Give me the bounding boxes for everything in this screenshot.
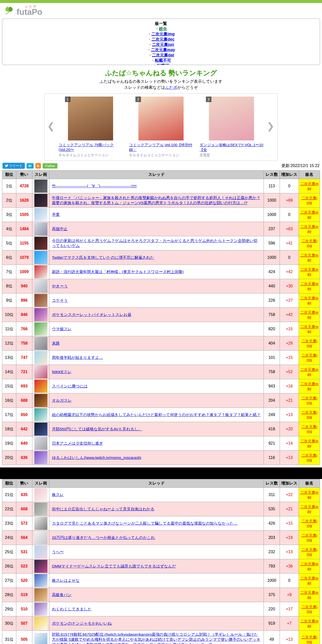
thread-link[interactable]: スペインに勝つには <box>52 384 88 388</box>
thread-link[interactable]: 街中にエロ広告出してんじゃねーよって意見自体はわかる <box>52 507 154 511</box>
thread-thumbnail[interactable] <box>34 488 47 501</box>
board-name-link[interactable]: 二次元裏may <box>300 562 318 571</box>
thread-thumbnail[interactable] <box>34 294 47 307</box>
thread-link[interactable]: わくわくしてきました <box>52 607 92 611</box>
thread-link[interactable]: 周年後半戦が始まりますよ… <box>52 355 103 360</box>
board-link-repost-ok[interactable]: 転載可 <box>157 63 169 65</box>
thread-link[interactable]: 卒業 <box>52 212 60 217</box>
thread-link[interactable]: コケそう <box>52 298 68 302</box>
board-name-link[interactable]: 二次元裏img <box>301 533 317 542</box>
thread-thumbnail[interactable] <box>34 451 47 464</box>
board-name-link[interactable]: 二次元裏img <box>301 635 317 644</box>
thread-thumbnail[interactable] <box>34 603 47 616</box>
thread-link[interactable]: ウマ娘スレ <box>52 327 72 331</box>
board-name-link[interactable]: 二次元裏img <box>301 425 317 433</box>
board-name-link[interactable]: 二次元裏img <box>301 547 317 556</box>
product-link[interactable]: コミックアンリアル 75冊パック(Vol.20〜 <box>59 142 123 152</box>
board-name-link[interactable]: 二次元裏may <box>300 310 318 319</box>
board-name-link[interactable]: 二次元裏img <box>301 353 317 362</box>
thread-link[interactable]: やきーう <box>52 284 68 288</box>
thread-thumbnail[interactable] <box>34 531 47 544</box>
board-name-link[interactable]: 二次元裏img <box>301 339 317 348</box>
thread-link[interactable]: カタログで見たことあるマジ臭さげなシーンが二人殺して騙してる最中の最低な場面なの… <box>52 521 237 525</box>
thread-thumbnail[interactable] <box>34 560 47 573</box>
thread-thumbnail[interactable] <box>34 394 47 407</box>
carousel-item[interactable]: 1 コミックアンリアル 75冊パック(Vol.20〜 キルタイムコミュニケーショ… <box>59 97 123 157</box>
thread-link[interactable]: 竹――――――――(゜∀゜)――――――――!!!!! <box>52 184 137 188</box>
board-name-link[interactable]: 二次元裏may <box>300 182 318 190</box>
thread-thumbnail[interactable] <box>34 308 47 321</box>
board-name-link[interactable]: 二次元裏img <box>301 396 317 405</box>
board-name-link[interactable]: 二次元裏may <box>300 325 318 333</box>
thread-thumbnail[interactable] <box>34 323 47 336</box>
thread-link[interactable]: 末路 <box>52 341 60 345</box>
thread-thumbnail[interactable] <box>34 545 47 558</box>
thread-thumbnail[interactable] <box>34 194 47 207</box>
thread-thumbnail[interactable] <box>34 222 47 235</box>
rss-icon[interactable] <box>35 163 41 169</box>
carousel-prev-icon[interactable]: ❮ <box>47 122 55 131</box>
thread-thumbnail[interactable] <box>34 517 47 530</box>
ad-banner[interactable] <box>0 467 322 479</box>
thread-link[interactable]: 絵心幼稚園児以下の状態からお絵描きしてみたいんだけど最初って何使うのがおすすめ？… <box>52 413 261 417</box>
thread-thumbnail[interactable] <box>34 265 47 278</box>
board-name-link[interactable]: 二次元裏may <box>300 224 318 233</box>
board-name-link[interactable]: 二次元裏may <box>300 367 318 376</box>
board-name-link[interactable]: 二次元裏img <box>301 519 317 528</box>
board-name-link[interactable]: 二次元裏may <box>300 267 318 276</box>
product-link[interactable]: ダンジョン攻略はSEXで!! VOL.1〜10【全 <box>200 142 264 152</box>
thread-thumbnail[interactable] <box>34 574 47 587</box>
board-name-link[interactable]: 二次元裏may <box>300 439 318 448</box>
carousel-item[interactable]: 2 コミックアンリアル Vol.100【特別付録： キルタイムコミュニケーション <box>129 97 193 157</box>
carousel-next-icon[interactable]: ❯ <box>267 122 274 131</box>
board-name-link[interactable]: 二次元裏may <box>300 282 318 290</box>
board-name-link[interactable]: 二次元裏img <box>301 410 317 419</box>
follow-button[interactable]: Follow <box>43 163 58 169</box>
board-name-link[interactable]: 二次元裏img <box>301 605 317 613</box>
thread-link[interactable]: 株スレ <box>52 493 64 497</box>
board-name-link[interactable]: 二次元裏img <box>301 453 317 462</box>
thread-link[interactable]: 高級食パン <box>52 593 71 597</box>
thread-link[interactable]: 月額550円にしては破格な気がするAVも見れるし。 <box>52 427 142 431</box>
thread-link[interactable]: 株スレはよせな <box>52 578 80 583</box>
thread-thumbnail[interactable] <box>34 280 47 293</box>
thread-link[interactable]: ゆるふわはいしん//www.twitch.tv/momo_mozarashi <box>52 455 141 460</box>
product-link[interactable]: コミックアンリアル Vol.100【特別付録： <box>129 142 193 152</box>
board-name-link[interactable]: 二次元裏may <box>300 576 318 585</box>
thread-link[interactable]: 再版中止 <box>52 227 67 231</box>
thread-thumbnail[interactable] <box>34 408 47 421</box>
board-link-jun[interactable]: 二次元裏jun <box>152 42 174 47</box>
thread-link[interactable]: 午後ロード「パニッシャー」家族を殺された男の復讐劇裁かれぬ悪を自らの手で処刑する… <box>52 196 260 205</box>
thread-link[interactable]: ポケモンスカーレットバイオレットスレお昼 <box>52 312 131 317</box>
board-name-link[interactable]: 二次元裏img <box>301 196 317 205</box>
board-link-img[interactable]: 二次元裏img <box>151 32 175 36</box>
thread-link[interactable]: うへ〜 <box>52 550 64 554</box>
thread-thumbnail[interactable] <box>34 437 47 450</box>
board-name-link[interactable]: 二次元裏may <box>300 253 318 262</box>
thread-link[interactable]: 今日の更新は何がくると思うゲム？ゲムはそろそろグスタフ・カールがくると思うゲム外… <box>52 238 257 248</box>
thread-thumbnail[interactable] <box>34 633 47 644</box>
thread-thumbnail[interactable] <box>34 351 47 364</box>
futapo-link[interactable]: ふたポ <box>165 85 177 90</box>
board-link-general[interactable]: 総合 <box>159 27 167 31</box>
thread-thumbnail[interactable] <box>34 337 47 350</box>
board-name-link[interactable]: 二次元裏may <box>300 382 318 390</box>
board-link-dat[interactable]: 二次元裏dat <box>152 53 174 57</box>
hatena-bookmark-button[interactable]: B! <box>27 163 34 169</box>
board-link-may[interactable]: 二次元裏may <box>151 48 175 52</box>
thread-thumbnail[interactable] <box>34 423 47 436</box>
board-name-link[interactable]: 二次元裏may <box>300 619 318 628</box>
thread-link[interactable]: 新語・流行語大賞年間大賞は「村神様」(東京ヤクルトスワローズ村上宗隆) <box>52 270 184 274</box>
carousel-item[interactable]: 3 ダンジョン攻略はSEXで!! VOL.1〜10【全 文苑堂 <box>200 97 264 157</box>
board-name-link[interactable]: 二次元裏may <box>300 490 318 499</box>
thread-thumbnail[interactable] <box>34 208 47 221</box>
board-link-dec[interactable]: 二次元裏dec <box>151 37 175 41</box>
thread-thumbnail[interactable] <box>34 365 47 378</box>
thread-thumbnail[interactable] <box>34 380 47 393</box>
thread-thumbnail[interactable] <box>34 180 47 193</box>
thread-thumbnail[interactable] <box>34 617 47 630</box>
thread-link[interactable]: オルガスレ <box>52 398 72 402</box>
thread-thumbnail[interactable] <box>34 503 47 516</box>
board-name-link[interactable]: 二次元裏may <box>300 505 318 513</box>
site-logo[interactable]: ふたポ futaPo <box>0 3 322 17</box>
